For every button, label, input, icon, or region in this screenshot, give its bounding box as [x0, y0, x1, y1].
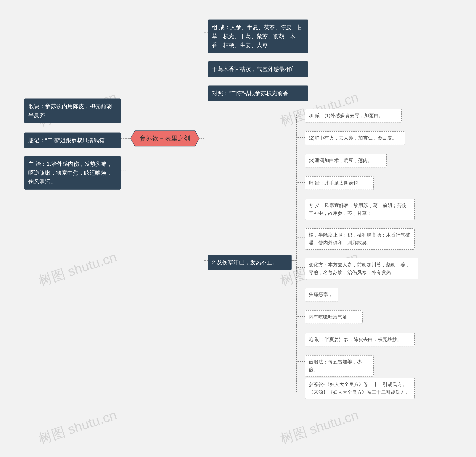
- detail-node: (3)泄泻加白术﹑扁豆﹑莲肉。: [305, 154, 387, 167]
- watermark: 树图 shutu.cn: [278, 406, 361, 448]
- detail-node: 归 经：此手足太阴药也。: [305, 176, 374, 190]
- right-node-compare: 对照："二陈"桔根参苏枳壳前香: [208, 85, 308, 101]
- detail-node: 炮 制：半夏姜汁炒，陈皮去白，枳壳麸炒。: [305, 333, 415, 346]
- detail-node: 参苏饮-《妇人大全良方》卷二十二引胡氏方。【来源】《妇人大全良方》卷二十二引胡氏…: [305, 378, 415, 399]
- left-node-song: 歌诀：参苏饮内用陈皮，枳壳前胡半夏齐: [24, 99, 121, 123]
- left-node-mnemonic: 趣记："二陈"姐跟参叔只撬钱箱: [24, 133, 121, 148]
- detail-node: 方 义：风寒宜解表，故用苏﹑葛﹑前胡；劳伤宜补中，故用参﹑苓﹑甘草；: [305, 199, 415, 220]
- watermark: 树图 shutu.cn: [36, 248, 119, 290]
- detail-node: 煎服法：每五钱加姜﹑枣煎。: [305, 355, 374, 376]
- detail-node: 加 减：(1)外感多者去枣，加葱白。: [305, 109, 402, 123]
- detail-node: 橘﹑半除痰止呕；枳﹑桔利膈宽肠；木香行气破滞。使内外俱和，则邪散矣。: [305, 228, 415, 249]
- detail-node: 头痛恶寒，: [305, 288, 338, 301]
- detail-node: 变化方：本方去人参﹑前胡加川芎﹑柴胡﹑姜﹑枣煎，名芎苏饮，治伤风寒，外有发热: [305, 258, 418, 279]
- detail-node: 内有咳嗽吐痰气涌。: [305, 310, 363, 324]
- left-node-indication: 主 治：1.治外感内伤，发热头痛，呕逆咳嗽，痰塞中焦，眩运嘈烦，伤风泄泻。: [24, 156, 121, 190]
- center-label: 参苏饮－表里之剂: [140, 134, 190, 143]
- watermark: 树图 shutu.cn: [36, 406, 119, 448]
- detail-node: (2)肺中有火，去人参，加杏仁﹑桑白皮。: [305, 131, 405, 145]
- center-node: 参苏饮－表里之剂: [130, 131, 199, 146]
- right-node-verse: 干葛木香甘桔茯，气虚外感最相宜: [208, 61, 308, 77]
- right-node-composition: 组 成：人参、半夏、茯苓、陈皮、甘草、枳壳、干葛、紫苏、前胡、木香、桔梗、生姜、…: [208, 19, 308, 53]
- right-node-also: 2.及伤寒汗已，发热不止。: [208, 255, 291, 270]
